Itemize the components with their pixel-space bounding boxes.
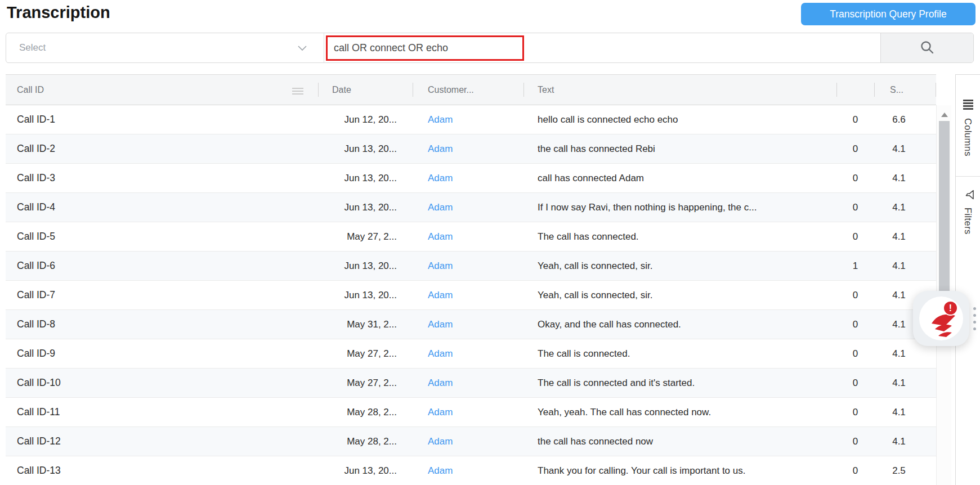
table-row[interactable]: Call ID-6Jun 13, 20...AdamYeah, call is …	[6, 252, 936, 281]
table-row[interactable]: Call ID-9May 27, 2...AdamThe call is con…	[6, 339, 936, 369]
cell-text: If I now say Ravi, then nothing is happe…	[523, 193, 836, 222]
cell-call-id: Call ID-13	[6, 456, 318, 485]
column-header-score[interactable]: S...	[874, 75, 936, 105]
cell-date: May 31, 2...	[318, 310, 413, 339]
cell-call-id: Call ID-1	[6, 105, 318, 134]
cell-text: the call has connected Rebi	[523, 134, 836, 163]
table-row[interactable]: Call ID-5May 27, 2...AdamThe call has co…	[6, 222, 936, 252]
cell-customer: Adam	[413, 134, 523, 163]
column-header-count[interactable]	[836, 75, 874, 105]
cell-score: 6.6	[874, 105, 936, 134]
customer-link[interactable]: Adam	[428, 290, 453, 301]
search-query-input[interactable]	[324, 33, 880, 62]
column-header-date[interactable]: Date	[318, 75, 413, 105]
cell-count: 0	[836, 339, 874, 368]
page-title: Transcription	[7, 3, 110, 22]
cell-text: Yeah, yeah. The call has connected now.	[523, 398, 836, 426]
customer-link[interactable]: Adam	[428, 378, 453, 389]
customer-link[interactable]: Adam	[428, 114, 453, 125]
table-row[interactable]: Call ID-2Jun 13, 20...Adamthe call has c…	[6, 134, 936, 164]
cell-customer: Adam	[413, 222, 523, 251]
search-button[interactable]	[880, 33, 973, 62]
cell-text: The call is connected.	[523, 339, 836, 368]
column-menu-icon[interactable]	[292, 88, 303, 96]
column-header-call-id[interactable]: Call ID	[6, 75, 318, 105]
customer-link[interactable]: Adam	[428, 407, 453, 418]
customer-link[interactable]: Adam	[428, 319, 453, 330]
alert-feedback-widget[interactable]: !	[913, 291, 969, 346]
cell-count: 0	[836, 369, 874, 397]
select-placeholder: Select	[19, 42, 46, 53]
search-input-wrap	[324, 33, 880, 62]
tab-columns[interactable]: Columns	[956, 75, 980, 177]
cell-score: 4.1	[874, 193, 936, 222]
search-icon	[919, 39, 935, 57]
cell-score: 4.1	[874, 252, 936, 280]
table-row[interactable]: Call ID-4Jun 13, 20...AdamIf I now say R…	[6, 193, 936, 222]
chevron-down-icon	[298, 43, 307, 53]
table-row[interactable]: Call ID-12May 28, 2...Adamthe call has c…	[6, 427, 936, 456]
cell-call-id: Call ID-10	[6, 369, 318, 397]
customer-link[interactable]: Adam	[428, 261, 453, 272]
transcription-query-profile-button[interactable]: Transcription Query Profile	[801, 3, 975, 25]
cell-count: 0	[836, 134, 874, 163]
table-row[interactable]: Call ID-11May 28, 2...AdamYeah, yeah. Th…	[6, 398, 936, 427]
cell-count: 0	[836, 398, 874, 426]
column-header-text[interactable]: Text	[523, 75, 836, 105]
table-row[interactable]: Call ID-7Jun 13, 20...AdamYeah, call is …	[6, 281, 936, 310]
cell-customer: Adam	[413, 281, 523, 309]
query-toolbar: Select	[6, 33, 974, 63]
cell-text: the call has connected now	[523, 427, 836, 456]
cell-call-id: Call ID-2	[6, 134, 318, 163]
table-row[interactable]: Call ID-1Jun 12, 20...Adamhello call is …	[6, 105, 936, 134]
cell-date: May 27, 2...	[318, 369, 413, 397]
tab-filters-label: Filters	[963, 208, 973, 235]
customer-link[interactable]: Adam	[428, 436, 453, 447]
cell-call-id: Call ID-7	[6, 281, 318, 309]
cell-text: Yeah, call is connected, sir.	[523, 281, 836, 309]
cell-text: The call has connected.	[523, 222, 836, 251]
query-column-select[interactable]: Select	[6, 33, 324, 62]
arrow-up-icon[interactable]	[941, 113, 948, 117]
cell-text: hello call is connected echo echo	[523, 105, 836, 134]
cell-date: Jun 13, 20...	[318, 134, 413, 163]
cell-call-id: Call ID-12	[6, 427, 318, 456]
cell-text: Okay, and the call has connected.	[523, 310, 836, 339]
cell-count: 0	[836, 456, 874, 485]
cell-score: 4.1	[874, 398, 936, 426]
cell-call-id: Call ID-6	[6, 252, 318, 280]
table-row[interactable]: Call ID-8May 31, 2...AdamOkay, and the c…	[6, 310, 936, 339]
customer-link[interactable]: Adam	[428, 173, 453, 184]
cell-date: May 27, 2...	[318, 222, 413, 251]
cell-date: Jun 13, 20...	[318, 456, 413, 485]
cell-score: 4.1	[874, 427, 936, 456]
widget-drag-handle[interactable]	[973, 307, 977, 334]
cell-customer: Adam	[413, 310, 523, 339]
tab-filters[interactable]: Filters	[956, 177, 980, 272]
table-row[interactable]: Call ID-13Jun 13, 20...AdamThank you for…	[6, 456, 936, 485]
red-logo-glyph	[930, 311, 961, 340]
cell-date: Jun 13, 20...	[318, 281, 413, 309]
cell-customer: Adam	[413, 193, 523, 222]
cell-customer: Adam	[413, 339, 523, 368]
table-row[interactable]: Call ID-3Jun 13, 20...Adamcall has conne…	[6, 164, 936, 193]
column-header-customer[interactable]: Customer...	[413, 75, 523, 105]
customer-link[interactable]: Adam	[428, 465, 453, 477]
cell-text: call has connected Adam	[523, 164, 836, 192]
alert-badge: !	[943, 300, 958, 316]
cell-date: Jun 13, 20...	[318, 252, 413, 280]
cell-date: Jun 13, 20...	[318, 164, 413, 192]
cell-count: 0	[836, 427, 874, 456]
cell-call-id: Call ID-4	[6, 193, 318, 222]
customer-link[interactable]: Adam	[428, 202, 453, 213]
customer-link[interactable]: Adam	[428, 348, 453, 360]
cell-date: May 27, 2...	[318, 339, 413, 368]
cell-customer: Adam	[413, 427, 523, 456]
customer-link[interactable]: Adam	[428, 143, 453, 155]
table-row[interactable]: Call ID-10May 27, 2...AdamThe call is co…	[6, 369, 936, 398]
cell-count: 0	[836, 105, 874, 134]
cell-customer: Adam	[413, 252, 523, 280]
cell-count: 0	[836, 193, 874, 222]
cell-customer: Adam	[413, 456, 523, 485]
customer-link[interactable]: Adam	[428, 231, 453, 242]
